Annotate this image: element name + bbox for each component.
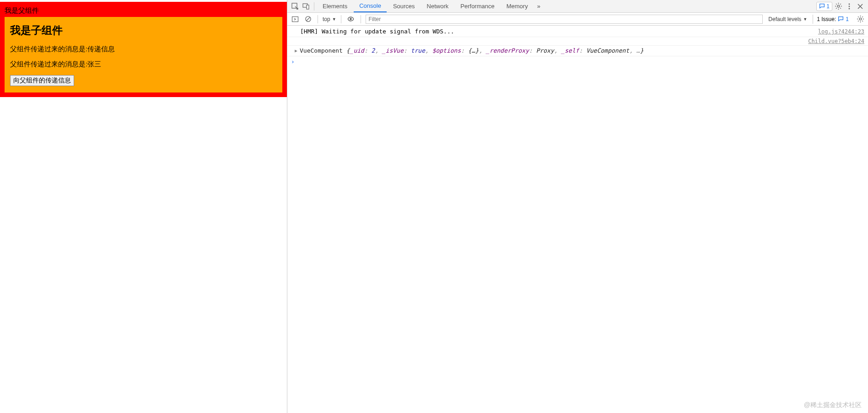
log-object[interactable]: VueComponent {_uid: 2, _isVue: true, $op… bbox=[300, 47, 643, 55]
log-source-link[interactable]: Child.vue?5eb4:24 bbox=[803, 38, 864, 44]
svg-point-3 bbox=[837, 5, 840, 7]
badge-count: 1 bbox=[826, 3, 830, 10]
send-to-parent-button[interactable]: 向父组件的传递信息 bbox=[10, 75, 74, 86]
parent-label: 我是父组件 bbox=[5, 6, 282, 17]
prompt-caret-icon: › bbox=[291, 58, 295, 65]
chevron-down-icon: ▼ bbox=[803, 17, 807, 22]
svg-point-10 bbox=[350, 18, 351, 20]
svg-point-5 bbox=[849, 5, 850, 7]
console-toolbar: top ▼ Default levels ▼ 1 Issue: 1 bbox=[287, 13, 868, 26]
tabbar-right: 1 bbox=[816, 1, 868, 11]
log-row: [HMR] Waiting for update signal from WDS… bbox=[287, 27, 868, 37]
log-source-link[interactable]: log.js?4244:23 bbox=[813, 27, 864, 36]
device-toolbar-icon[interactable] bbox=[301, 1, 311, 11]
log-row: Child.vue?5eb4:24 bbox=[287, 37, 868, 46]
divider bbox=[318, 15, 318, 23]
tab-console[interactable]: Console bbox=[354, 0, 387, 12]
devtools-panel: Elements Console Sources Network Perform… bbox=[287, 0, 868, 413]
messages-badge[interactable]: 1 bbox=[816, 2, 832, 11]
message-icon bbox=[838, 16, 844, 22]
settings-icon[interactable] bbox=[833, 1, 843, 11]
devtools-tabbar: Elements Console Sources Network Perform… bbox=[287, 0, 868, 13]
console-output[interactable]: [HMR] Waiting for update signal from WDS… bbox=[287, 26, 868, 413]
console-prompt[interactable]: › bbox=[287, 56, 868, 67]
message-icon bbox=[819, 3, 825, 9]
log-levels-selector[interactable]: Default levels ▼ bbox=[766, 16, 810, 22]
browser-viewport: 我是父组件 我是子组件 父组件传递过来的消息是:传递信息 父组件传递过来的消息是… bbox=[0, 0, 287, 413]
tab-memory[interactable]: Memory bbox=[501, 0, 534, 12]
context-selector[interactable]: top ▼ bbox=[323, 16, 336, 22]
parent-component: 我是父组件 我是子组件 父组件传递过来的消息是:传递信息 父组件传递过来的消息是… bbox=[0, 2, 287, 97]
tab-network[interactable]: Network bbox=[421, 0, 454, 12]
tab-elements[interactable]: Elements bbox=[317, 0, 353, 12]
log-row-object: ▶ VueComponent {_uid: 2, _isVue: true, $… bbox=[287, 46, 868, 56]
log-message: [HMR] Waiting for update signal from WDS… bbox=[300, 27, 813, 36]
expand-arrow-icon[interactable]: ▶ bbox=[294, 47, 298, 55]
tabs-overflow[interactable]: » bbox=[534, 0, 543, 12]
more-icon[interactable] bbox=[844, 1, 854, 11]
issue-count: 1 bbox=[846, 16, 849, 22]
tab-sources[interactable]: Sources bbox=[388, 0, 421, 12]
chevron-down-icon: ▼ bbox=[332, 17, 336, 22]
clear-console-icon[interactable] bbox=[303, 14, 313, 24]
svg-point-4 bbox=[849, 3, 850, 5]
watermark: @稀土掘金技术社区 bbox=[804, 401, 862, 409]
svg-point-6 bbox=[849, 8, 850, 9]
child-title: 我是子组件 bbox=[10, 23, 277, 38]
divider bbox=[341, 15, 341, 23]
filter-input[interactable] bbox=[366, 15, 763, 24]
svg-rect-2 bbox=[307, 5, 309, 9]
console-sidebar-toggle-icon[interactable] bbox=[290, 14, 300, 24]
levels-label: Default levels bbox=[768, 16, 801, 22]
close-icon[interactable] bbox=[855, 1, 865, 11]
svg-point-11 bbox=[859, 18, 862, 20]
child-message-2: 父组件传递过来的消息是:张三 bbox=[10, 60, 277, 69]
inspect-element-icon[interactable] bbox=[290, 1, 300, 11]
child-message-1: 父组件传递过来的消息是:传递信息 bbox=[10, 45, 277, 54]
divider bbox=[361, 15, 361, 23]
live-expression-icon[interactable] bbox=[346, 14, 356, 24]
tab-performance[interactable]: Performance bbox=[455, 0, 500, 12]
console-settings-icon[interactable] bbox=[855, 14, 865, 24]
issues-indicator[interactable]: 1 Issue: 1 bbox=[813, 15, 852, 24]
context-label: top bbox=[323, 16, 330, 22]
issue-label: 1 Issue: bbox=[817, 16, 836, 22]
divider bbox=[314, 2, 314, 11]
child-component: 我是子组件 父组件传递过来的消息是:传递信息 父组件传递过来的消息是:张三 向父… bbox=[5, 17, 282, 92]
